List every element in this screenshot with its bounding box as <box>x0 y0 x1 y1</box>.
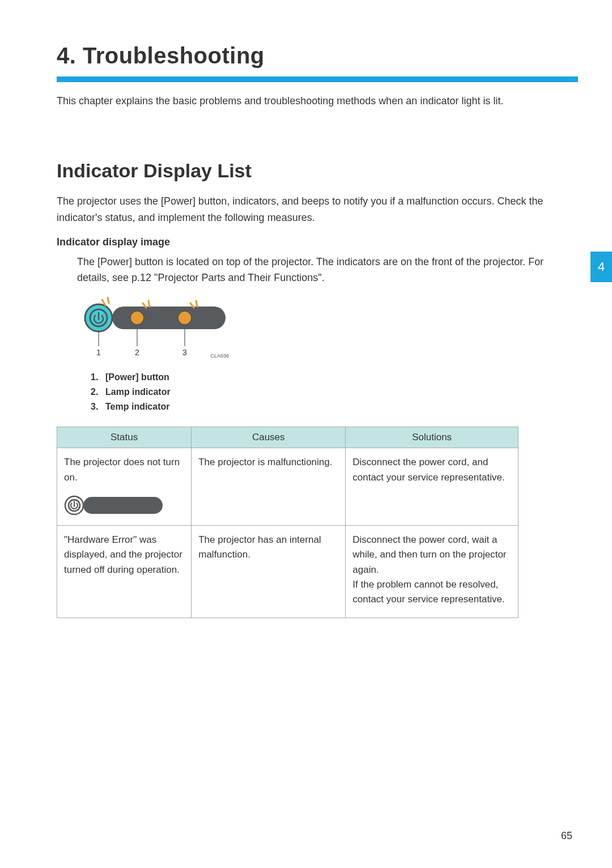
diagram-code: CLA036 <box>210 353 229 359</box>
cell-status: "Hardware Error" was displayed, and the … <box>57 525 192 618</box>
svg-text:2: 2 <box>135 348 139 357</box>
troubleshooting-table: Status Causes Solutions The projector do… <box>57 427 518 618</box>
svg-text:1: 1 <box>96 348 101 357</box>
section-intro: The projector uses the [Power] button, i… <box>57 193 578 226</box>
page-number: 65 <box>561 830 572 842</box>
indicator-diagram-svg: 1 2 3 CLA036 <box>77 293 241 361</box>
cell-causes: The projector has an internal malfunctio… <box>192 525 346 618</box>
cell-solutions: Disconnect the power cord, and contact y… <box>346 448 518 526</box>
svg-point-3 <box>130 311 144 325</box>
legend-label: [Power] button <box>105 372 169 382</box>
th-causes: Causes <box>192 427 346 448</box>
svg-line-8 <box>148 301 150 307</box>
status-mini-diagram <box>64 495 166 515</box>
indicator-display-image-heading: Indicator display image <box>57 236 578 248</box>
legend-num: 3. <box>91 402 100 412</box>
side-tab: 4 <box>590 252 612 282</box>
legend-label: Lamp indicator <box>105 387 171 397</box>
svg-rect-0 <box>112 307 226 329</box>
cell-solutions: Disconnect the power cord, wait a while,… <box>346 525 518 618</box>
th-solutions: Solutions <box>346 427 518 448</box>
svg-line-10 <box>196 301 197 307</box>
side-tab-number: 4 <box>598 259 605 274</box>
indicator-display-image-text: The [Power] button is located on top of … <box>77 254 578 287</box>
legend-item-lamp: 2. Lamp indicator <box>91 387 578 397</box>
table-row: The projector does not turn on. The proj… <box>57 448 518 526</box>
accent-bar <box>57 76 578 82</box>
indicator-diagram: 1 2 3 CLA036 <box>77 293 241 363</box>
legend-item-power: 1. [Power] button <box>91 372 578 382</box>
svg-line-6 <box>108 297 109 303</box>
section-title: Indicator Display List <box>57 160 578 182</box>
cell-causes: The projector is malfunctioning. <box>192 448 346 526</box>
th-status: Status <box>57 427 192 448</box>
legend-num: 1. <box>91 372 100 382</box>
status-text: The projector does not turn on. <box>64 457 180 482</box>
svg-point-4 <box>178 311 192 325</box>
legend-item-temp: 3. Temp indicator <box>91 402 578 412</box>
cell-status: The projector does not turn on. <box>57 448 192 526</box>
chapter-intro: This chapter explains the basic problems… <box>57 93 578 109</box>
page: 4. Troubleshooting This chapter explains… <box>0 0 612 868</box>
svg-rect-17 <box>83 497 163 514</box>
legend-label: Temp indicator <box>105 402 170 412</box>
chapter-title: 4. Troubleshooting <box>57 43 578 69</box>
svg-text:3: 3 <box>182 348 187 357</box>
table-row: "Hardware Error" was displayed, and the … <box>57 525 518 618</box>
legend-list: 1. [Power] button 2. Lamp indicator 3. T… <box>91 372 578 412</box>
legend-num: 2. <box>91 387 100 397</box>
